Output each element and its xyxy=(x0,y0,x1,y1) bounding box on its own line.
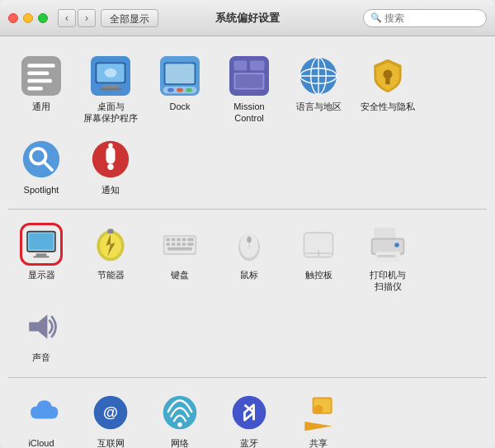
label-printers: 打印机与扫描仪 xyxy=(370,269,406,293)
label-keyboard: 键盘 xyxy=(171,269,189,281)
icon-item-trackpad[interactable]: 触控板 xyxy=(285,218,351,298)
svg-rect-2 xyxy=(27,71,49,75)
icon-item-mouse[interactable]: 鼠标 xyxy=(216,218,282,298)
svg-rect-57 xyxy=(187,243,193,246)
label-sound: 声音 xyxy=(32,351,50,363)
svg-rect-50 xyxy=(177,238,181,242)
internet-grid: iCloud @ 互联网帐户 xyxy=(8,383,487,448)
svg-rect-13 xyxy=(165,64,194,83)
app-window: ‹ › 全部显示 系统偏好设置 🔍 xyxy=(0,0,495,448)
icon-item-language[interactable]: 语言与地区 xyxy=(285,50,351,130)
svg-point-62 xyxy=(247,237,252,243)
maximize-button[interactable] xyxy=(38,13,48,23)
svg-text:@: @ xyxy=(103,403,118,420)
label-security: 安全性与隐私 xyxy=(361,101,415,112)
label-bluetooth: 蓝牙 xyxy=(240,437,258,448)
hardware-grid: 显示器 节能器 xyxy=(8,215,487,372)
nav-buttons: ‹ › xyxy=(58,9,96,27)
label-dock: Dock xyxy=(169,101,190,112)
search-input[interactable] xyxy=(384,12,479,24)
svg-rect-56 xyxy=(182,243,186,246)
search-box[interactable]: 🔍 xyxy=(363,9,487,27)
icon-item-icloud[interactable]: iCloud xyxy=(8,386,74,448)
svg-rect-34 xyxy=(106,147,115,163)
svg-rect-16 xyxy=(177,88,182,92)
svg-point-35 xyxy=(107,163,113,169)
icon-item-sound[interactable]: 声音 xyxy=(8,300,74,368)
section-hardware: 显示器 节能器 xyxy=(8,215,487,372)
icon-item-displays[interactable]: 显示器 xyxy=(8,218,74,298)
svg-rect-20 xyxy=(250,61,265,71)
label-language: 语言与地区 xyxy=(296,101,342,112)
svg-rect-39 xyxy=(36,253,47,256)
svg-rect-40 xyxy=(33,256,49,257)
icon-item-energy[interactable]: 节能器 xyxy=(78,218,144,298)
label-general: 通用 xyxy=(32,101,50,112)
content-area: 通用 桌面与屏幕保护程序 xyxy=(0,36,495,448)
svg-rect-19 xyxy=(234,61,248,71)
label-internet-accounts: 互联网帐户 xyxy=(97,437,125,448)
svg-rect-49 xyxy=(172,238,176,242)
show-all-button[interactable]: 全部显示 xyxy=(101,9,158,27)
back-button[interactable]: ‹ xyxy=(58,9,76,27)
icon-item-printers[interactable]: 打印机与扫描仪 xyxy=(355,218,421,298)
icon-item-dock[interactable]: Dock xyxy=(147,50,213,130)
label-trackpad: 触控板 xyxy=(305,269,332,281)
svg-point-78 xyxy=(233,395,266,429)
close-button[interactable] xyxy=(8,13,18,23)
window-title: 系统偏好设置 xyxy=(215,11,280,26)
svg-rect-51 xyxy=(182,238,186,242)
svg-rect-55 xyxy=(177,243,181,246)
svg-rect-72 xyxy=(377,255,395,257)
icon-item-network[interactable]: 网络 xyxy=(147,386,213,448)
label-displays: 显示器 xyxy=(28,269,55,281)
icon-item-notifications[interactable]: 通知 xyxy=(78,133,144,200)
svg-rect-41 xyxy=(29,233,53,249)
svg-rect-48 xyxy=(166,238,170,242)
svg-rect-17 xyxy=(186,88,191,92)
svg-rect-15 xyxy=(167,88,173,92)
svg-rect-54 xyxy=(172,243,176,246)
icon-item-bluetooth[interactable]: 蓝牙 xyxy=(216,386,282,448)
title-bar: ‹ › 全部显示 系统偏好设置 🔍 xyxy=(0,0,495,36)
label-energy: 节能器 xyxy=(97,269,125,281)
svg-point-30 xyxy=(23,140,59,177)
personal-grid: 通用 桌面与屏幕保护程序 xyxy=(8,46,487,204)
label-icloud: iCloud xyxy=(28,437,54,448)
svg-point-82 xyxy=(314,405,323,414)
svg-rect-4 xyxy=(27,87,42,91)
label-spotlight: Spotlight xyxy=(24,184,59,196)
svg-marker-73 xyxy=(29,315,47,340)
svg-rect-53 xyxy=(166,243,170,246)
svg-marker-81 xyxy=(304,422,332,431)
svg-point-36 xyxy=(108,143,113,148)
svg-point-71 xyxy=(394,243,399,248)
label-mouse: 鼠标 xyxy=(240,269,258,281)
icon-item-mission-control[interactable]: MissionControl xyxy=(216,50,282,130)
svg-rect-9 xyxy=(103,85,118,88)
svg-rect-3 xyxy=(27,79,52,83)
svg-rect-58 xyxy=(167,248,192,251)
section-internet: iCloud @ 互联网帐户 xyxy=(8,383,487,448)
icon-item-security[interactable]: 安全性与隐私 xyxy=(355,50,421,130)
forward-button[interactable]: › xyxy=(78,9,96,27)
svg-point-28 xyxy=(383,70,392,79)
traffic-lights xyxy=(8,13,48,23)
svg-rect-52 xyxy=(187,238,193,242)
icon-item-sharing[interactable]: 共享 xyxy=(285,386,351,448)
icon-item-spotlight[interactable]: Spotlight xyxy=(8,133,74,200)
icon-item-general[interactable]: 通用 xyxy=(8,50,74,130)
minimize-button[interactable] xyxy=(23,13,33,23)
icon-item-keyboard[interactable]: 键盘 xyxy=(147,218,213,298)
svg-rect-67 xyxy=(374,228,395,240)
svg-rect-70 xyxy=(375,252,400,262)
icon-item-internet-accounts[interactable]: @ 互联网帐户 xyxy=(78,386,144,448)
icon-item-desktop[interactable]: 桌面与屏幕保护程序 xyxy=(78,50,144,130)
svg-point-77 xyxy=(177,422,182,427)
label-desktop: 桌面与屏幕保护程序 xyxy=(83,101,138,125)
svg-rect-1 xyxy=(27,64,54,68)
section-personal: 通用 桌面与屏幕保护程序 xyxy=(8,46,487,204)
search-icon: 🔍 xyxy=(370,12,382,23)
svg-rect-45 xyxy=(107,229,113,233)
svg-rect-22 xyxy=(235,74,262,88)
